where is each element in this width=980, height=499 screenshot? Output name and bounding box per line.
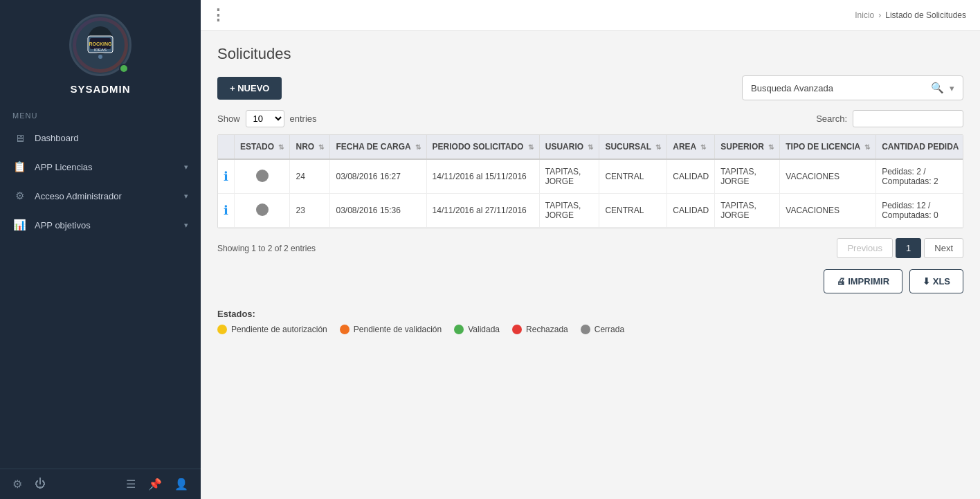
xls-button[interactable]: ⬇ XLS (909, 269, 963, 293)
entries-row: Show 10 25 50 100 entries Search: (217, 110, 963, 127)
legend-label: Cerrada (595, 325, 624, 334)
fecha-carga-cell: 03/08/2016 15:36 (330, 194, 426, 228)
sort-icon: ⇅ (318, 143, 324, 151)
chevron-down-icon: ▾ (184, 163, 188, 172)
pin-icon[interactable]: 📌 (148, 478, 162, 491)
periodo-cell: 14/11/2016 al 15/11/2016 (426, 159, 539, 194)
legend-label: Validada (468, 325, 500, 334)
tipo-licencia-cell: VACACIONES (780, 194, 876, 228)
username: SYSADMIN (70, 83, 130, 95)
area-cell: CALIDAD (667, 194, 715, 228)
page-1-button[interactable]: 1 (896, 238, 921, 258)
sidebar-item-label: Acceso Administrador (35, 191, 122, 201)
legend-item-validated: Validada (454, 325, 500, 334)
col-superior: SUPERIOR ⇅ (715, 135, 780, 159)
sort-icon: ⇅ (963, 143, 963, 151)
sort-icon: ⇅ (864, 143, 870, 151)
next-button[interactable]: Next (924, 238, 963, 258)
sort-icon: ⇅ (528, 143, 534, 151)
sort-icon: ⇅ (768, 143, 774, 151)
sidebar-footer: ⚙ ⏻ ☰ 📌 👤 (0, 469, 201, 499)
avatar-inner: ROCKING IDEAS (73, 17, 128, 73)
col-nro: NRO ⇅ (290, 135, 330, 159)
page-title: Solicitudes (217, 45, 963, 63)
chevron-down-icon: ▾ (950, 83, 954, 93)
green-dot (454, 325, 464, 334)
legend-item-rejected: Rechazada (512, 325, 568, 334)
menu-list-icon[interactable]: ☰ (126, 478, 136, 491)
red-dot (512, 325, 522, 334)
search-input-label: Search: (816, 114, 847, 124)
new-button[interactable]: + NUEVO (217, 77, 282, 100)
avatar-wrapper: ROCKING IDEAS (69, 14, 131, 76)
show-label: Show (217, 114, 240, 124)
search-icon: 🔍 (931, 82, 944, 94)
legend-label: Rechazada (526, 325, 568, 334)
periodo-cell: 14/11/2016 al 27/11/2016 (426, 194, 539, 228)
col-sucursal: SUCURSAL ⇅ (599, 135, 667, 159)
col-tipo-licencia: TIPO DE LICENCIA ⇅ (780, 135, 876, 159)
avatar-section: ROCKING IDEAS SYSADMIN (0, 0, 201, 102)
online-indicator (119, 64, 129, 73)
status-badge (256, 170, 269, 182)
sidebar-item-label: APP objetivos (35, 220, 91, 230)
legend-items: Pendiente de autorización Pendiente de v… (217, 325, 963, 334)
nro-cell: 23 (290, 194, 330, 228)
list-icon: 📋 (12, 161, 26, 173)
entries-label: entries (290, 114, 317, 124)
usuario-cell: TAPITAS, JORGE (539, 194, 599, 228)
tipo-licencia-cell: VACACIONES (780, 159, 876, 194)
pagination-buttons: Previous 1 Next (837, 238, 963, 258)
sidebar-item-acceso-admin[interactable]: ⚙ Acceso Administrador ▾ (0, 181, 201, 210)
col-actions (218, 135, 235, 159)
breadcrumb-separator: › (878, 10, 881, 20)
superior-cell: TAPITAS, JORGE (715, 159, 780, 194)
table-row: ℹ 24 03/08/2016 16:27 14/11/2016 al 15/1… (218, 159, 963, 194)
sidebar-item-app-objetivos[interactable]: 📊 APP objetivos ▾ (0, 210, 201, 239)
info-icon[interactable]: ℹ (224, 170, 228, 183)
col-estado: ESTADO ⇅ (235, 135, 290, 159)
previous-button[interactable]: Previous (837, 238, 893, 258)
busqueda-avanzada-button[interactable]: Busqueda Avanzada 🔍 ▾ (742, 75, 963, 100)
cantidad-cell: Pedidas: 2 / Computadas: 2 (876, 159, 963, 194)
imprimir-button[interactable]: 🖨 IMPRIMIR (824, 269, 903, 293)
kebab-menu-icon[interactable]: ⋮ (210, 6, 226, 24)
power-icon[interactable]: ⏻ (35, 478, 46, 491)
avatar-logo: ROCKING IDEAS (76, 21, 125, 69)
sort-icon: ⇅ (655, 143, 661, 151)
main-content: ⋮ Inicio › Listado de Solicitudes Solici… (201, 0, 980, 499)
sucursal-cell: CENTRAL (599, 159, 667, 194)
breadcrumb-current: Listado de Solicitudes (885, 10, 966, 20)
sidebar-item-app-licencias[interactable]: 📋 APP Licencias ▾ (0, 152, 201, 181)
content-area: Solicitudes + NUEVO Busqueda Avanzada 🔍 … (201, 31, 980, 348)
info-icon[interactable]: ℹ (224, 203, 228, 217)
col-periodo: PERIODO SOLICITADO ⇅ (426, 135, 539, 159)
yellow-dot (217, 325, 227, 334)
settings-icon[interactable]: ⚙ (12, 478, 22, 491)
sidebar-item-dashboard[interactable]: 🖥 Dashboard (0, 124, 201, 152)
legend-item-closed: Cerrada (581, 325, 624, 334)
sort-icon: ⇅ (700, 143, 706, 151)
chart-icon: 📊 (12, 219, 26, 231)
status-cell (235, 159, 290, 194)
sidebar-item-label: Dashboard (35, 133, 79, 143)
col-fecha-carga: FECHA DE CARGA ⇅ (330, 135, 426, 159)
legend-title: Estados: (217, 309, 963, 319)
legend-item-pending-valid: Pendiente de validación (340, 325, 442, 334)
gear-icon: ⚙ (12, 190, 26, 202)
svg-point-6 (98, 55, 102, 59)
table-container: ESTADO ⇅ NRO ⇅ FECHA DE CARGA ⇅ PERIOD (217, 134, 963, 228)
sort-icon: ⇅ (415, 143, 421, 151)
area-cell: CALIDAD (667, 159, 715, 194)
table-row: ℹ 23 03/08/2016 15:36 14/11/2016 al 27/1… (218, 194, 963, 228)
status-cell (235, 194, 290, 228)
sidebar-item-label: APP Licencias (35, 162, 93, 172)
chevron-down-icon: ▾ (184, 221, 188, 230)
cantidad-cell: Pedidas: 12 / Computadas: 0 (876, 194, 963, 228)
col-usuario: USUARIO ⇅ (539, 135, 599, 159)
user-icon[interactable]: 👤 (174, 478, 188, 491)
legend-item-pending-auth: Pendiente de autorización (217, 325, 327, 334)
breadcrumb-home[interactable]: Inicio (855, 10, 874, 20)
search-input[interactable] (853, 110, 963, 127)
entries-select[interactable]: 10 25 50 100 (246, 110, 284, 127)
